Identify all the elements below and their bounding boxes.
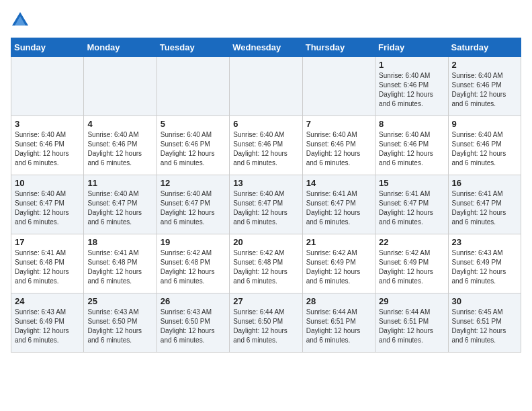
- day-info: Sunrise: 6:40 AM Sunset: 6:46 PM Dayligh…: [452, 71, 517, 109]
- calendar-cell: 18Sunrise: 6:41 AM Sunset: 6:48 PM Dayli…: [84, 234, 157, 293]
- calendar-cell: 21Sunrise: 6:42 AM Sunset: 6:49 PM Dayli…: [302, 234, 375, 293]
- calendar-cell: 23Sunrise: 6:43 AM Sunset: 6:49 PM Dayli…: [448, 234, 521, 293]
- column-header-tuesday: Tuesday: [157, 38, 229, 57]
- calendar-cell: [84, 57, 157, 116]
- day-info: Sunrise: 6:41 AM Sunset: 6:47 PM Dayligh…: [379, 189, 444, 227]
- calendar-cell: 30Sunrise: 6:45 AM Sunset: 6:51 PM Dayli…: [448, 293, 521, 353]
- calendar-week-row: 17Sunrise: 6:41 AM Sunset: 6:48 PM Dayli…: [11, 234, 521, 293]
- day-info: Sunrise: 6:40 AM Sunset: 6:47 PM Dayligh…: [15, 189, 80, 227]
- calendar-cell: [230, 57, 302, 116]
- calendar-cell: 16Sunrise: 6:41 AM Sunset: 6:47 PM Dayli…: [448, 175, 521, 234]
- day-number: 27: [233, 296, 298, 306]
- day-number: 1: [379, 60, 444, 70]
- day-info: Sunrise: 6:43 AM Sunset: 6:50 PM Dayligh…: [161, 308, 226, 345]
- page-header: [11, 11, 521, 30]
- day-info: Sunrise: 6:41 AM Sunset: 6:48 PM Dayligh…: [15, 248, 80, 286]
- column-header-wednesday: Wednesday: [230, 38, 302, 57]
- column-header-saturday: Saturday: [448, 38, 521, 57]
- day-info: Sunrise: 6:41 AM Sunset: 6:48 PM Dayligh…: [87, 248, 152, 286]
- day-number: 8: [379, 119, 444, 129]
- calendar-cell: 7Sunrise: 6:40 AM Sunset: 6:46 PM Daylig…: [302, 116, 375, 175]
- calendar-cell: 25Sunrise: 6:43 AM Sunset: 6:50 PM Dayli…: [84, 293, 157, 353]
- day-info: Sunrise: 6:44 AM Sunset: 6:50 PM Dayligh…: [233, 308, 298, 345]
- day-number: 14: [306, 178, 371, 188]
- day-number: 24: [15, 296, 80, 306]
- calendar-cell: [157, 57, 229, 116]
- day-info: Sunrise: 6:40 AM Sunset: 6:46 PM Dayligh…: [233, 130, 298, 168]
- day-info: Sunrise: 6:40 AM Sunset: 6:46 PM Dayligh…: [379, 71, 444, 109]
- day-number: 3: [15, 119, 80, 129]
- day-info: Sunrise: 6:44 AM Sunset: 6:51 PM Dayligh…: [306, 308, 371, 345]
- calendar-table: SundayMondayTuesdayWednesdayThursdayFrid…: [11, 38, 521, 353]
- calendar-cell: 19Sunrise: 6:42 AM Sunset: 6:48 PM Dayli…: [157, 234, 229, 293]
- calendar-week-row: 10Sunrise: 6:40 AM Sunset: 6:47 PM Dayli…: [11, 175, 521, 234]
- calendar-cell: 29Sunrise: 6:44 AM Sunset: 6:51 PM Dayli…: [375, 293, 448, 353]
- day-info: Sunrise: 6:41 AM Sunset: 6:47 PM Dayligh…: [452, 189, 517, 227]
- calendar-cell: 28Sunrise: 6:44 AM Sunset: 6:51 PM Dayli…: [302, 293, 375, 353]
- calendar-cell: 5Sunrise: 6:40 AM Sunset: 6:46 PM Daylig…: [157, 116, 229, 175]
- day-number: 26: [161, 296, 226, 306]
- day-number: 23: [452, 237, 517, 247]
- column-header-friday: Friday: [375, 38, 448, 57]
- day-number: 4: [87, 119, 152, 129]
- day-info: Sunrise: 6:45 AM Sunset: 6:51 PM Dayligh…: [452, 308, 517, 345]
- day-info: Sunrise: 6:40 AM Sunset: 6:46 PM Dayligh…: [161, 130, 226, 168]
- day-info: Sunrise: 6:40 AM Sunset: 6:47 PM Dayligh…: [233, 189, 298, 227]
- day-number: 5: [161, 119, 226, 129]
- day-number: 19: [161, 237, 226, 247]
- day-number: 18: [87, 237, 152, 247]
- day-number: 6: [233, 119, 298, 129]
- day-number: 15: [379, 178, 444, 188]
- day-number: 7: [306, 119, 371, 129]
- calendar-cell: 13Sunrise: 6:40 AM Sunset: 6:47 PM Dayli…: [230, 175, 302, 234]
- day-number: 21: [306, 237, 371, 247]
- day-number: 25: [87, 296, 152, 306]
- calendar-week-row: 1Sunrise: 6:40 AM Sunset: 6:46 PM Daylig…: [11, 57, 521, 116]
- calendar-cell: 11Sunrise: 6:40 AM Sunset: 6:47 PM Dayli…: [84, 175, 157, 234]
- calendar-cell: 2Sunrise: 6:40 AM Sunset: 6:46 PM Daylig…: [448, 57, 521, 116]
- day-number: 22: [379, 237, 444, 247]
- day-number: 30: [452, 296, 517, 306]
- calendar-cell: 9Sunrise: 6:40 AM Sunset: 6:46 PM Daylig…: [448, 116, 521, 175]
- day-number: 11: [87, 178, 152, 188]
- day-info: Sunrise: 6:40 AM Sunset: 6:47 PM Dayligh…: [87, 189, 152, 227]
- day-info: Sunrise: 6:42 AM Sunset: 6:48 PM Dayligh…: [233, 248, 298, 286]
- day-info: Sunrise: 6:40 AM Sunset: 6:46 PM Dayligh…: [306, 130, 371, 168]
- calendar-cell: 27Sunrise: 6:44 AM Sunset: 6:50 PM Dayli…: [230, 293, 302, 353]
- calendar-week-row: 24Sunrise: 6:43 AM Sunset: 6:49 PM Dayli…: [11, 293, 521, 353]
- day-number: 12: [161, 178, 226, 188]
- calendar-week-row: 3Sunrise: 6:40 AM Sunset: 6:46 PM Daylig…: [11, 116, 521, 175]
- day-info: Sunrise: 6:40 AM Sunset: 6:46 PM Dayligh…: [452, 130, 517, 168]
- column-header-sunday: Sunday: [11, 38, 84, 57]
- day-info: Sunrise: 6:43 AM Sunset: 6:50 PM Dayligh…: [87, 308, 152, 345]
- calendar-header-row: SundayMondayTuesdayWednesdayThursdayFrid…: [11, 38, 521, 57]
- day-number: 13: [233, 178, 298, 188]
- calendar-cell: 22Sunrise: 6:42 AM Sunset: 6:49 PM Dayli…: [375, 234, 448, 293]
- calendar-cell: 26Sunrise: 6:43 AM Sunset: 6:50 PM Dayli…: [157, 293, 229, 353]
- column-header-thursday: Thursday: [302, 38, 375, 57]
- calendar-cell: 17Sunrise: 6:41 AM Sunset: 6:48 PM Dayli…: [11, 234, 84, 293]
- calendar-cell: 15Sunrise: 6:41 AM Sunset: 6:47 PM Dayli…: [375, 175, 448, 234]
- calendar-cell: 4Sunrise: 6:40 AM Sunset: 6:46 PM Daylig…: [84, 116, 157, 175]
- day-info: Sunrise: 6:42 AM Sunset: 6:49 PM Dayligh…: [379, 248, 444, 286]
- day-info: Sunrise: 6:42 AM Sunset: 6:49 PM Dayligh…: [306, 248, 371, 286]
- day-info: Sunrise: 6:40 AM Sunset: 6:46 PM Dayligh…: [87, 130, 152, 168]
- calendar-cell: 24Sunrise: 6:43 AM Sunset: 6:49 PM Dayli…: [11, 293, 84, 353]
- calendar-cell: [302, 57, 375, 116]
- day-number: 9: [452, 119, 517, 129]
- day-info: Sunrise: 6:40 AM Sunset: 6:47 PM Dayligh…: [161, 189, 226, 227]
- calendar-cell: 14Sunrise: 6:41 AM Sunset: 6:47 PM Dayli…: [302, 175, 375, 234]
- logo: [11, 11, 32, 30]
- day-number: 10: [15, 178, 80, 188]
- day-number: 20: [233, 237, 298, 247]
- day-info: Sunrise: 6:40 AM Sunset: 6:46 PM Dayligh…: [379, 130, 444, 168]
- day-info: Sunrise: 6:40 AM Sunset: 6:46 PM Dayligh…: [15, 130, 80, 168]
- day-info: Sunrise: 6:43 AM Sunset: 6:49 PM Dayligh…: [15, 308, 80, 345]
- calendar-cell: 1Sunrise: 6:40 AM Sunset: 6:46 PM Daylig…: [375, 57, 448, 116]
- day-number: 28: [306, 296, 371, 306]
- day-number: 2: [452, 60, 517, 70]
- day-number: 16: [452, 178, 517, 188]
- calendar-cell: 6Sunrise: 6:40 AM Sunset: 6:46 PM Daylig…: [230, 116, 302, 175]
- day-info: Sunrise: 6:42 AM Sunset: 6:48 PM Dayligh…: [161, 248, 226, 286]
- day-info: Sunrise: 6:44 AM Sunset: 6:51 PM Dayligh…: [379, 308, 444, 345]
